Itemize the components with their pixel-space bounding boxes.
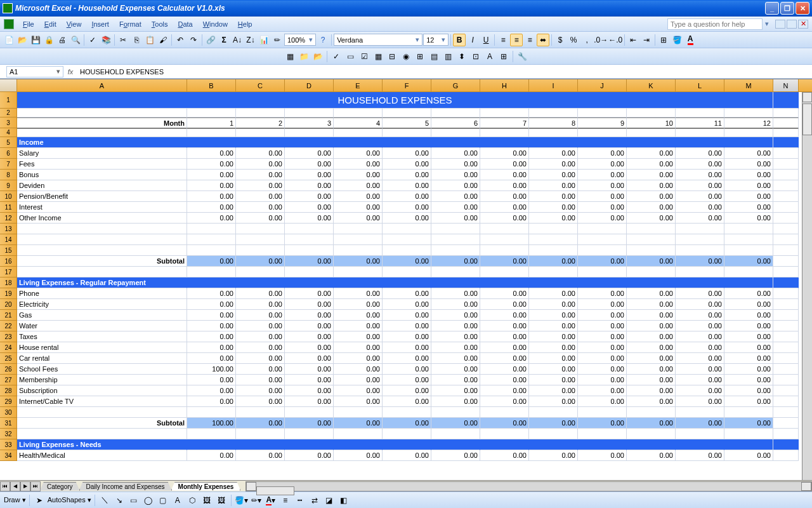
cell[interactable]: 0.00: [724, 342, 773, 353]
cell[interactable]: 0.00: [236, 148, 285, 159]
cell[interactable]: 0.00: [187, 375, 236, 385]
row-header[interactable]: 1: [0, 92, 17, 109]
col-header-L[interactable]: L: [676, 79, 724, 91]
tb2-btn15[interactable]: A: [483, 50, 496, 63]
cell[interactable]: 0.00: [431, 375, 480, 385]
cell[interactable]: [724, 245, 773, 256]
cell[interactable]: 9: [578, 117, 627, 128]
cell[interactable]: 0.00: [431, 331, 480, 342]
row-header[interactable]: 31: [0, 418, 17, 429]
cell[interactable]: [676, 277, 724, 288]
select-objects-icon[interactable]: ➤: [33, 494, 46, 507]
row-header[interactable]: 19: [0, 288, 17, 299]
font-size-combo[interactable]: 12▾: [423, 34, 449, 46]
row-header[interactable]: 5: [0, 137, 17, 148]
cell[interactable]: [773, 310, 799, 321]
cell[interactable]: 0.00: [431, 256, 480, 267]
cell[interactable]: 0.00: [431, 364, 480, 375]
cell[interactable]: 0.00: [236, 331, 285, 342]
cell[interactable]: [236, 245, 285, 256]
cell[interactable]: 0.00: [529, 450, 578, 461]
cell[interactable]: 0.00: [285, 342, 334, 353]
cell[interactable]: 0.00: [236, 191, 285, 202]
col-header-G[interactable]: G: [431, 79, 480, 91]
cell[interactable]: [724, 109, 773, 117]
cell[interactable]: [529, 224, 578, 234]
cell[interactable]: 0.00: [480, 213, 529, 224]
cell[interactable]: [773, 128, 799, 137]
cell[interactable]: [187, 407, 236, 418]
cell[interactable]: Subtotal: [17, 418, 187, 429]
cell[interactable]: [431, 234, 480, 245]
tb2-btn10[interactable]: ⊞: [414, 50, 426, 63]
col-header-M[interactable]: M: [724, 79, 773, 91]
cell[interactable]: [627, 109, 676, 117]
cell[interactable]: [187, 109, 236, 117]
cell[interactable]: [285, 234, 334, 245]
cell[interactable]: 0.00: [627, 353, 676, 364]
cell[interactable]: 0.00: [431, 385, 480, 396]
draw-menu[interactable]: Draw ▾: [4, 496, 26, 504]
menu-edit[interactable]: Edit: [39, 18, 62, 30]
cell[interactable]: [578, 224, 627, 234]
cell[interactable]: 0.00: [480, 385, 529, 396]
bold-icon[interactable]: B: [453, 34, 466, 46]
new-icon[interactable]: 📄: [3, 34, 15, 46]
cell[interactable]: [383, 245, 431, 256]
cell[interactable]: 0.00: [724, 202, 773, 213]
cell[interactable]: 0.00: [334, 450, 383, 461]
cell[interactable]: 0.00: [383, 353, 431, 364]
hscroll-left[interactable]: [246, 482, 256, 491]
cell[interactable]: Membership: [17, 375, 187, 385]
cell[interactable]: [334, 267, 383, 277]
cell[interactable]: 0.00: [529, 288, 578, 299]
cell[interactable]: 0.00: [480, 331, 529, 342]
cell[interactable]: 0.00: [529, 310, 578, 321]
row-header[interactable]: 30: [0, 407, 17, 418]
cell[interactable]: 0.00: [236, 170, 285, 180]
cell[interactable]: 100.00: [187, 364, 236, 375]
cell[interactable]: 0.00: [627, 342, 676, 353]
cell[interactable]: 0.00: [480, 353, 529, 364]
row-header[interactable]: 17: [0, 267, 17, 277]
cell[interactable]: 0.00: [236, 180, 285, 191]
cell[interactable]: [431, 224, 480, 234]
cell[interactable]: [187, 429, 236, 439]
cell[interactable]: [334, 429, 383, 439]
cell[interactable]: [431, 128, 480, 137]
row-header[interactable]: 2: [0, 109, 17, 117]
cell[interactable]: 0.00: [627, 256, 676, 267]
cell[interactable]: 0.00: [724, 353, 773, 364]
cell[interactable]: [187, 439, 236, 450]
cell[interactable]: 0.00: [187, 385, 236, 396]
cell[interactable]: 0.00: [578, 364, 627, 375]
menu-file[interactable]: FFileile: [18, 18, 39, 30]
cell[interactable]: 11: [676, 117, 724, 128]
cell[interactable]: [334, 439, 383, 450]
cell[interactable]: 0.00: [627, 364, 676, 375]
cell[interactable]: [236, 234, 285, 245]
cell[interactable]: 0.00: [187, 288, 236, 299]
cell[interactable]: 0.00: [529, 299, 578, 310]
cell[interactable]: 0.00: [724, 148, 773, 159]
cell[interactable]: [480, 224, 529, 234]
cell[interactable]: 0.00: [578, 288, 627, 299]
hyperlink-icon[interactable]: 🔗: [204, 34, 217, 46]
cell[interactable]: [773, 439, 799, 450]
tb2-btn4[interactable]: ✓: [330, 50, 343, 63]
cell[interactable]: [773, 321, 799, 331]
tab-nav-prev[interactable]: ◀: [10, 481, 20, 491]
cell[interactable]: 0.00: [285, 148, 334, 159]
cell[interactable]: [676, 429, 724, 439]
cell[interactable]: [187, 277, 236, 288]
cell[interactable]: 0.00: [724, 170, 773, 180]
tb2-btn14[interactable]: ⊡: [469, 50, 482, 63]
cell[interactable]: [187, 245, 236, 256]
sheet-tab-daily[interactable]: Daily Income and Expenses: [79, 482, 172, 491]
cell[interactable]: [334, 407, 383, 418]
cell[interactable]: 0.00: [724, 159, 773, 170]
cell[interactable]: 0.00: [285, 170, 334, 180]
tab-nav-first[interactable]: ⏮: [0, 481, 10, 491]
cell[interactable]: 0.00: [529, 213, 578, 224]
row-header[interactable]: 33: [0, 439, 17, 450]
